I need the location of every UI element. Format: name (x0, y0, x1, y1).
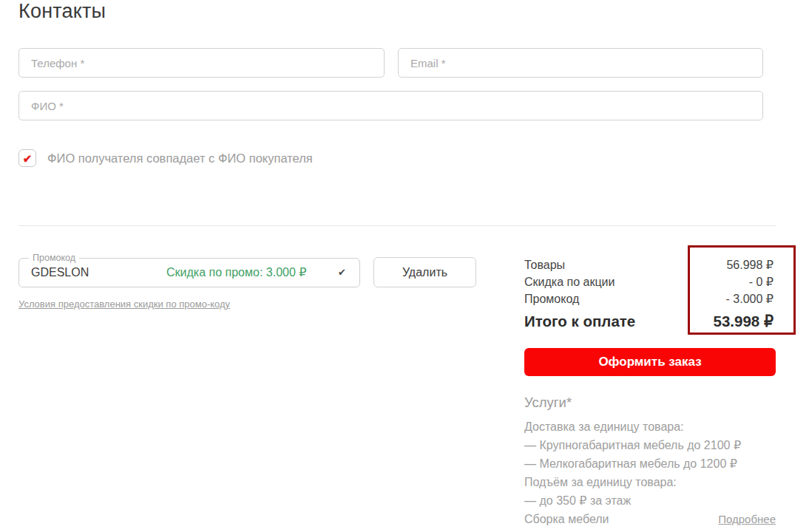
service-line: — Мелкогабаритная мебель до 1200 ₽ (524, 454, 776, 473)
summary-value: - 3.000 ₽ (726, 290, 775, 307)
section-divider (18, 225, 776, 226)
promo-applied-check-icon: ✔ (338, 259, 346, 287)
summary-label: Скидка по акции (524, 273, 615, 290)
summary-total-row: Итого к оплате 53.998 ₽ (524, 313, 775, 330)
services-more-link[interactable]: Подробнее (718, 510, 776, 528)
service-line: Подъём за единицу товара: (524, 473, 776, 491)
summary-total-label: Итого к оплате (524, 313, 635, 330)
delete-promo-button[interactable]: Удалить (373, 257, 476, 287)
promo-terms-link[interactable]: Условия предоставления скидки по промо-к… (18, 299, 230, 310)
summary-label: Товары (524, 256, 565, 273)
checkout-button[interactable]: Оформить заказ (524, 348, 776, 376)
full-name-input[interactable] (18, 91, 763, 120)
page-title: Контакты (18, 0, 106, 23)
summary-value: 56.998 ₽ (726, 256, 775, 273)
checkout-contacts-page: Контакты ✔ ФИО получателя совпадает с ФИ… (0, 0, 809, 532)
recipient-checkbox-label: ФИО получателя совпадает с ФИО покупател… (47, 151, 313, 166)
summary-total-value: 53.998 ₽ (714, 313, 775, 330)
summary-value: - 0 ₽ (749, 273, 775, 290)
promo-code-field[interactable]: Промокод GDESLON Скидка по промо: 3.000 … (18, 258, 360, 287)
service-line: — Крупногабаритная мебель до 2100 ₽ (524, 436, 776, 454)
order-summary: Товары 56.998 ₽ Скидка по акции - 0 ₽ Пр… (524, 256, 775, 330)
service-line-label: Сборка мебели (524, 510, 609, 528)
checkmark-icon: ✔ (23, 153, 33, 164)
services-title: Услуги* (524, 395, 776, 411)
recipient-same-checkbox[interactable]: ✔ (18, 149, 36, 167)
service-line-assembly: Сборка мебели Подробнее (524, 510, 776, 528)
phone-input[interactable] (18, 48, 385, 78)
promo-discount-text: Скидка по промо: 3.000 ₽ (166, 259, 306, 287)
summary-row-promocode: Промокод - 3.000 ₽ (524, 290, 775, 307)
promo-code-value: GDESLON (31, 259, 89, 287)
service-line: Доставка за единицу товара: (524, 417, 776, 436)
summary-label: Промокод (524, 290, 579, 307)
email-input[interactable] (398, 48, 763, 78)
services-section: Услуги* Доставка за единицу товара: — Кр… (524, 395, 776, 528)
summary-row-promo-discount: Скидка по акции - 0 ₽ (524, 273, 775, 290)
service-line: — до 350 ₽ за этаж (524, 491, 776, 510)
summary-row-products: Товары 56.998 ₽ (524, 256, 775, 273)
